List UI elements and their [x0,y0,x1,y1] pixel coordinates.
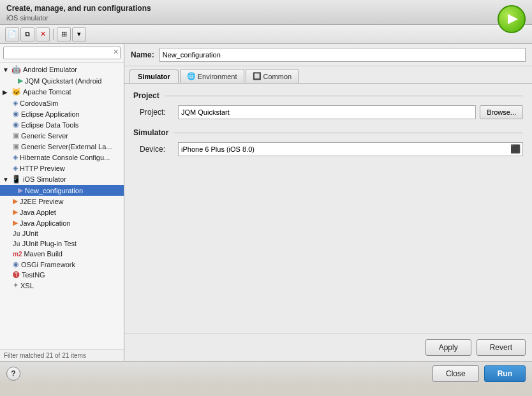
new-config-button[interactable]: 📄 [5,27,19,41]
apply-button[interactable]: Apply [425,339,471,356]
delete-button[interactable]: ✕ [36,27,50,41]
run-icon: ▶ [18,77,23,85]
tabs: Simulator 🌐 Environment 🔲 Common [124,66,532,84]
tree-item-junit-plugin[interactable]: Ju JUnit Plug-in Test [0,238,124,249]
project-section-label: Project [133,91,523,100]
duplicate-button[interactable]: ⧉ [20,27,34,41]
tree-item-maven[interactable]: m2 Maven Build [0,249,124,259]
tab-environment[interactable]: 🌐 Environment [180,69,244,83]
close-button[interactable]: Close [432,365,479,382]
name-label: Name: [131,50,154,59]
junit-icon: Ju [13,230,20,237]
tree-item-java-application[interactable]: ▶ Java Application [0,217,124,228]
xsl-icon: ✦ [13,281,18,290]
device-field-row: Device: iPhone 6 Plus (iOS 8.0) iPhone 6… [133,142,523,156]
filter-button[interactable]: ⊞ [57,27,71,41]
search-clear-icon[interactable]: ✕ [113,48,119,56]
tree-item-cordovasim[interactable]: ◈ CordovaSim [0,98,124,108]
junit-plugin-icon: Ju [13,240,20,247]
tree-item-hibernate[interactable]: ◈ Hibernate Console Configu... [0,152,124,163]
help-button[interactable]: ? [6,367,20,381]
java-app-icon: ▶ [13,219,18,227]
project-browse-button[interactable]: Browse... [480,105,523,119]
expand-icon-ios: ▼ [3,176,10,183]
window-title: Create, manage, and run configurations [6,4,494,13]
search-input[interactable] [3,47,121,59]
generic-server-ext-icon: ▣ [13,142,19,150]
tree-item-osgi[interactable]: ◉ OSGi Framework [0,259,124,270]
tab-simulator[interactable]: Simulator [129,70,179,83]
play-icon [508,14,518,24]
cordova-icon: ◈ [13,99,18,107]
tomcat-icon: 🐱 [11,87,21,96]
tree-item-j2ee[interactable]: ▶ J2EE Preview [0,196,124,207]
toolbar: 📄 ⧉ ✕ ⊞ ▾ [0,25,532,44]
osgi-icon: ◉ [13,260,19,268]
device-label: Device: [140,145,178,154]
eclipse-data-icon: ◉ [13,121,19,129]
play-button[interactable] [498,5,526,33]
common-icon: 🔲 [253,72,262,80]
tree-item-generic-server-ext[interactable]: ▣ Generic Server(External La... [0,141,124,152]
tree-item-apache-tomcat[interactable]: ▶ 🐱 Apache Tomcat [0,86,124,98]
tree-item-testng[interactable]: 🅣 TestNG [0,270,124,280]
revert-button[interactable]: Revert [477,339,526,356]
simulator-section-label: Simulator [133,128,523,137]
bottom-right: Close Run [432,365,526,382]
expand-icon: ▼ [3,66,10,73]
eclipse-icon: ◉ [13,110,19,118]
tree-item-new-configuration[interactable]: ▶ New_configuration [0,185,124,196]
java-applet-icon: ▶ [13,208,18,216]
generic-server-icon: ▣ [13,131,19,140]
tree-area: ▼ 🤖 Android Emulator ▶ JQM Quickstart (A… [0,62,124,349]
tree-item-http-preview[interactable]: ◈ HTTP Preview [0,163,124,173]
tree-item-ios-simulator[interactable]: ▼ 📱 iOS Simulator [0,173,124,185]
left-panel: ✕ ▼ 🤖 Android Emulator ▶ JQM Quickstart … [0,44,124,361]
inner-action-bar: Apply Revert [124,334,532,361]
tree-item-junit[interactable]: Ju JUnit [0,228,124,238]
android-icon: 🤖 [11,65,21,74]
tree-item-jqm[interactable]: ▶ JQM Quickstart (Android [0,75,124,86]
tab-common[interactable]: 🔲 Common [246,69,299,83]
project-input[interactable] [178,105,476,119]
name-bar: Name: [124,44,532,66]
bottom-left: ? [6,367,20,381]
tree-item-java-applet[interactable]: ▶ Java Applet [0,207,124,217]
tree-item-xsl[interactable]: ✦ XSL [0,280,124,291]
ios-icon: 📱 [11,175,21,184]
testng-icon: 🅣 [13,271,20,279]
expand-icon-tomcat: ▶ [3,89,10,96]
right-panel: Name: Simulator 🌐 Environment 🔲 Common [124,44,532,361]
device-select[interactable]: iPhone 6 Plus (iOS 8.0) iPhone 6 (iOS 8.… [178,142,523,156]
hibernate-icon: ◈ [13,153,18,161]
bottom-bar: ? Close Run [0,361,532,385]
filter-status: Filter matched 21 of 21 items [0,349,124,361]
tree-item-android-emulator[interactable]: ▼ 🤖 Android Emulator [0,64,124,75]
project-label: Project: [140,108,178,117]
project-field-row: Project: Browse... [133,105,523,119]
tree-item-eclipse-data[interactable]: ◉ Eclipse Data Tools [0,119,124,130]
http-icon: ◈ [13,164,18,172]
configuration-name-input[interactable] [159,48,526,62]
run-button[interactable]: Run [484,365,526,382]
tree-item-generic-server[interactable]: ▣ Generic Server [0,130,124,141]
title-bar: Create, manage, and run configurations i… [0,0,532,25]
window-subtitle: iOS simulator [6,14,494,22]
tree-item-eclipse-app[interactable]: ◉ Eclipse Application [0,108,124,119]
new-config-run-icon: ▶ [18,186,23,194]
j2ee-icon: ▶ [13,197,18,205]
filter-more-button[interactable]: ▾ [72,27,86,41]
environment-icon: 🌐 [187,72,196,80]
maven-icon: m2 [13,251,22,258]
tab-content-simulator: Project Project: Browse... Simulator [124,84,532,334]
